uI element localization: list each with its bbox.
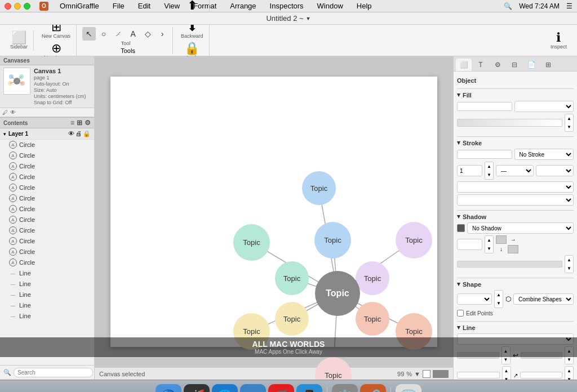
dock-launchpad[interactable]: 🚀 [184,384,210,393]
inspector-tab-table[interactable]: ⊟ [507,59,522,71]
shadow-stepper[interactable]: ▲ ▼ [485,235,494,253]
stroke-type-select[interactable]: No Stroke [514,149,574,160]
stroke-triangle[interactable]: ▾ [457,139,460,146]
list-item[interactable]: A Circle [0,225,94,236]
stepper-up[interactable]: ▲ [565,256,573,264]
stroke-style-select[interactable]: — [496,165,534,176]
stepper-up[interactable]: ▲ [495,291,503,299]
fill-gradient-bar[interactable] [457,119,562,127]
fill-type-select[interactable] [514,101,574,112]
close-button[interactable] [5,3,11,10]
minimize-button[interactable] [14,3,21,10]
settings-btn[interactable]: ⚙ [85,119,91,127]
topic-node-lower-mid-right[interactable]: Topic [356,302,389,336]
list-item[interactable]: A Circle [0,193,94,204]
list-item[interactable]: A Circle [0,161,94,172]
inspectors-menu[interactable]: Inspectors [268,2,306,10]
text-tool[interactable]: A [126,27,140,41]
combine-shapes-select[interactable]: Combine Shapes [513,293,574,305]
stroke-end-select[interactable] [457,181,574,193]
shadow-color-swatch[interactable] [457,224,465,232]
inspector-tab-shape[interactable]: ⬜ [456,59,472,71]
line-stepper3[interactable]: ▲ ▼ [502,366,511,380]
shadow-type-select[interactable]: No Shadow [467,222,574,234]
line-midpoint-bar[interactable] [457,372,500,378]
shadow-pt-input[interactable]: 4 pt [457,239,482,250]
title-dropdown-arrow[interactable]: ▼ [306,16,311,21]
edit-menu[interactable]: Edit [136,2,153,10]
shadow-blur-stepper[interactable]: ▲ ▼ [565,255,574,273]
topic-node-upper-right[interactable]: Topic [396,222,432,259]
shape-triangle[interactable]: ▾ [457,280,460,288]
dock-mail[interactable]: 📧 [240,384,266,393]
dock-prefs[interactable]: ⚙️ [332,384,358,393]
list-view-btn[interactable]: ≡ [70,119,74,127]
topic-node-lower-mid-left[interactable]: Topic [275,302,309,336]
shadow-triangle[interactable]: ▾ [457,213,460,220]
stepper-down[interactable]: ▼ [485,244,493,253]
fill-color-bar[interactable] [457,102,512,111]
list-item[interactable]: A Circle [0,150,94,161]
stepper-down[interactable]: ▼ [565,123,573,131]
topic-node-top[interactable]: Topic [302,171,336,205]
layer-header[interactable]: ▾ Layer 1 👁 🖨 🔒 [0,128,94,140]
search-input[interactable] [14,368,93,377]
stroke-color-bar[interactable] [457,150,512,159]
stepper-up[interactable]: ▲ [485,236,493,244]
topic-node-upper-left[interactable]: Topic [233,224,270,261]
topic-node-mid-left[interactable]: Topic [275,261,309,295]
topic-node-bottom[interactable]: Topic [315,357,352,380]
document-title[interactable]: Untitled 2 ~ [266,14,303,23]
layer-collapse-arrow[interactable]: ▾ [3,131,6,137]
inspector-tab-properties[interactable]: ⚙ [490,59,505,71]
more-tools[interactable]: › [156,27,169,41]
grid-view-btn[interactable]: ⊞ [77,119,82,127]
stroke-corner-select[interactable] [457,194,574,206]
canvases-section[interactable]: Canvas 1 page 1 Auto-layout: On Size: Au… [0,65,94,108]
inspector-tab-doc[interactable]: 📄 [523,59,539,71]
stepper-down[interactable]: ▼ [565,264,573,273]
stepper-up[interactable]: ▲ [565,114,573,123]
canvas-item[interactable]: Canvas 1 page 1 Auto-layout: On Size: Au… [0,65,94,108]
inspector-tab-text[interactable]: T [473,59,489,71]
list-item-line[interactable]: — Line [0,279,94,289]
select-tool[interactable]: ↖ [82,27,96,41]
list-item[interactable]: A Circle [0,172,94,182]
canvas-scroll[interactable]: Topic Topic Topic Topic Topic Topic Topi… [95,56,453,367]
list-item[interactable]: A Circle [0,140,94,150]
arrange-menu[interactable]: Arrange [228,2,258,10]
list-item-line[interactable]: — Line [0,289,94,300]
list-item[interactable]: A Circle [0,182,94,193]
shape-stepper[interactable]: ▲ ▼ [494,290,503,308]
shadow-direction-control[interactable]: → ↓ [496,235,518,253]
canvas-area[interactable]: Topic Topic Topic Topic Topic Topic Topi… [95,56,453,380]
line-triangle[interactable]: ▾ [457,324,460,331]
list-item[interactable]: A Circle [0,204,94,215]
inspector-tab-grid[interactable]: ⊞ [540,59,556,71]
dock-safari[interactable]: 🌐 [212,384,238,393]
file-menu[interactable]: File [110,2,127,10]
layer-lock-icon[interactable]: 🔒 [83,130,91,137]
list-item[interactable]: A Circle [0,236,94,247]
list-item[interactable]: A Circle [0,215,94,225]
color-control[interactable] [433,370,449,378]
stepper-down[interactable]: ▼ [565,375,573,380]
dock-finder[interactable]: 🔵 [156,384,181,393]
stepper-up[interactable]: ▲ [485,162,493,171]
dock-appstore[interactable]: 📱 [296,384,322,393]
list-item[interactable]: A Circle [0,247,94,257]
sidebar-button[interactable]: ⬜ Sidebar [8,30,30,51]
stepper-down[interactable]: ▼ [495,299,503,308]
stroke-stepper[interactable]: ▲ ▼ [485,162,494,180]
stepper-down[interactable]: ▼ [503,375,511,380]
shadow-blur-bar[interactable] [457,261,562,268]
topic-node-mid-right[interactable]: Topic [356,261,389,295]
stepper-down[interactable]: ▼ [485,171,493,179]
app-menu[interactable]: OmniGraffle [57,2,101,10]
stroke-cap-select[interactable] [536,165,574,176]
line-endpoint-bar[interactable] [520,372,563,378]
list-item-line[interactable]: — Line [0,268,94,279]
layer-eye-icon[interactable]: 👁 [68,130,74,137]
stepper-up[interactable]: ▲ [503,367,511,375]
edit-points-checkbox[interactable] [457,310,464,317]
